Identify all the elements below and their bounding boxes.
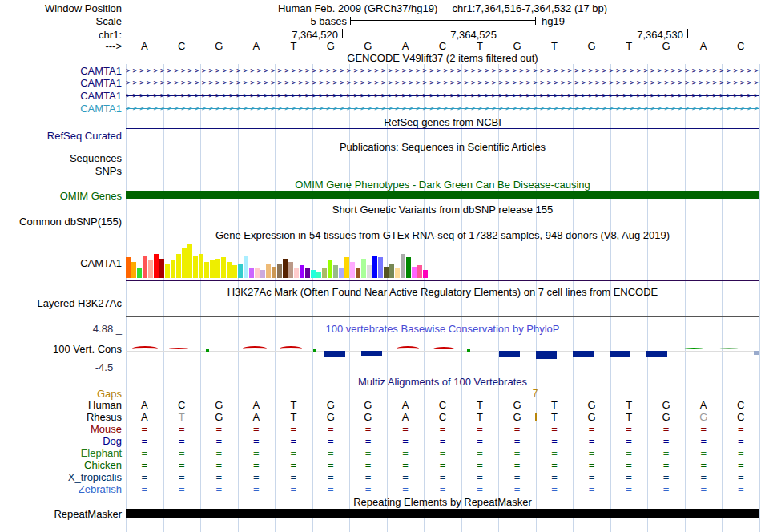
alignment-base: = bbox=[238, 448, 276, 458]
alignment-base: = bbox=[536, 460, 574, 470]
conservation-peak bbox=[397, 346, 419, 351]
omim-genes-label[interactable]: OMIM Genes bbox=[0, 191, 122, 201]
gene-label-camta1[interactable]: CAMTA1 bbox=[0, 91, 122, 101]
gtex-tissue-bar[interactable] bbox=[378, 257, 383, 278]
gtex-tissue-bar[interactable] bbox=[131, 262, 136, 278]
gtex-tissue-bar[interactable] bbox=[210, 260, 215, 278]
alignment-base: = bbox=[275, 436, 312, 446]
refseq-gene-line[interactable] bbox=[126, 128, 759, 129]
gtex-tissue-bar[interactable] bbox=[300, 265, 304, 278]
gtex-tissue-bar[interactable] bbox=[356, 268, 360, 278]
gtex-tissue-bar[interactable] bbox=[294, 268, 299, 278]
gtex-tissue-bar[interactable] bbox=[316, 272, 321, 278]
chromosome-label: chr1: bbox=[0, 30, 122, 40]
gtex-tissue-bar[interactable] bbox=[288, 262, 293, 278]
gtex-tissue-bar[interactable] bbox=[260, 270, 265, 278]
gene-label-camta1[interactable]: CAMTA1 bbox=[0, 78, 122, 88]
multiz-track-title[interactable]: Multiz Alignments of 100 Vertebrates bbox=[126, 377, 759, 387]
phylop-track-title[interactable]: 100 vertebrates Basewise Conservation by… bbox=[126, 324, 759, 334]
transcript-1[interactable]: >>>>>>>>>>>>>>>>>>>>>>>>>>>>>>>>>>>>>>>>… bbox=[126, 66, 759, 76]
gtex-tissue-bar[interactable] bbox=[187, 244, 192, 278]
gaps-label[interactable]: Gaps bbox=[0, 389, 122, 399]
gtex-tissue-bar[interactable] bbox=[154, 254, 159, 278]
gtex-tissue-bar[interactable] bbox=[159, 259, 164, 278]
gtex-tissue-bar[interactable] bbox=[277, 264, 282, 278]
gtex-tissue-bar[interactable] bbox=[137, 268, 142, 278]
gtex-tissue-bar[interactable] bbox=[238, 264, 243, 278]
gtex-tissue-bar[interactable] bbox=[372, 256, 377, 278]
h3k27ac-track-label[interactable]: Layered H3K27Ac bbox=[0, 298, 122, 308]
gtex-tissue-bar[interactable] bbox=[401, 254, 405, 278]
transcript-3[interactable]: >>>>>>>>>>>>>>>>>>>>>>>>>>>>>>>>>>>>>>>>… bbox=[126, 91, 759, 101]
alignment-base: = bbox=[238, 436, 276, 446]
sequence-base: T bbox=[275, 41, 312, 51]
gtex-tissue-bar[interactable] bbox=[148, 260, 153, 278]
gtex-tissue-bar[interactable] bbox=[395, 268, 400, 278]
gtex-tissue-bar[interactable] bbox=[143, 256, 147, 278]
conservation-dip bbox=[324, 351, 345, 357]
gtex-tissue-bar[interactable] bbox=[272, 267, 276, 278]
gtex-tissue-bar[interactable] bbox=[249, 268, 254, 278]
alignment-base: A bbox=[238, 412, 276, 422]
gtex-tissue-bar[interactable] bbox=[221, 257, 226, 278]
gtex-tissue-bar[interactable] bbox=[333, 265, 338, 278]
transcript-4[interactable]: >>>>>>>>>>>>>>>>>>>>>>>>>>>>>>>>>>>>>>>>… bbox=[126, 103, 759, 114]
gtex-tissue-bar[interactable] bbox=[423, 270, 428, 278]
gtex-tissue-bar[interactable] bbox=[266, 264, 271, 278]
gtex-tissue-bar[interactable] bbox=[165, 264, 170, 278]
refseq-track-title[interactable]: RefSeq genes from NCBI bbox=[126, 117, 759, 127]
repeatmasker-track-title[interactable]: Repeating Elements by RepeatMasker bbox=[126, 497, 759, 507]
refseq-curated-label[interactable]: RefSeq Curated bbox=[0, 131, 122, 141]
gtex-tissue-bar[interactable] bbox=[361, 259, 366, 278]
gtex-tissue-bar[interactable] bbox=[193, 256, 198, 278]
alignment-base: = bbox=[498, 436, 536, 446]
phylop-track-label[interactable]: 100 Vert. Cons bbox=[0, 344, 122, 354]
gtex-tissue-bar[interactable] bbox=[311, 270, 316, 278]
alignment-base: = bbox=[312, 472, 350, 482]
gtex-tissue-bar[interactable] bbox=[255, 268, 260, 278]
gtex-tissue-bar[interactable] bbox=[232, 265, 237, 278]
dbsnp-track-title[interactable]: Short Genetic Variants from dbSNP releas… bbox=[126, 204, 759, 215]
alignment-base: = bbox=[610, 472, 648, 482]
gtex-tissue-bar[interactable] bbox=[412, 267, 417, 278]
gtex-tissue-bar[interactable] bbox=[215, 259, 220, 278]
gtex-tissue-bar[interactable] bbox=[199, 254, 203, 278]
dbsnp-track-label[interactable]: Common dbSNP(155) bbox=[0, 216, 122, 227]
gtex-tissue-bar[interactable] bbox=[244, 256, 248, 278]
gtex-tissue-bar[interactable] bbox=[389, 264, 394, 278]
gtex-tissue-bar[interactable] bbox=[339, 268, 344, 278]
sequences-track-label[interactable]: Sequences bbox=[0, 153, 122, 163]
gtex-tissue-bar[interactable] bbox=[227, 262, 232, 278]
gtex-tissue-bar[interactable] bbox=[305, 268, 310, 278]
gtex-tissue-bar[interactable] bbox=[322, 268, 327, 278]
snps-track-label[interactable]: SNPs bbox=[0, 166, 122, 176]
gencode-track-title[interactable]: GENCODE V49lift37 (2 items filtered out) bbox=[126, 53, 759, 63]
alignment-base: = bbox=[312, 448, 350, 458]
gene-label-camta1[interactable]: CAMTA1 bbox=[0, 103, 122, 114]
gtex-tissue-bar[interactable] bbox=[384, 267, 389, 278]
transcript-2[interactable]: >>>>>>>>>>>>>>>>>>>>>>>>>>>>>>>>>>>>>>>>… bbox=[126, 78, 759, 88]
alignment-base: G bbox=[312, 412, 350, 422]
gtex-tissue-bar[interactable] bbox=[126, 257, 131, 278]
h3k27ac-track-title[interactable]: H3K27Ac Mark (Often Found Near Active Re… bbox=[126, 287, 759, 297]
omim-gene-bar[interactable] bbox=[126, 191, 759, 199]
gtex-tissue-bar[interactable] bbox=[417, 265, 422, 278]
gtex-tissue-bar[interactable] bbox=[328, 260, 332, 278]
repeatmasker-bar[interactable] bbox=[126, 509, 759, 518]
gtex-tissue-bar[interactable] bbox=[350, 262, 355, 278]
gtex-tissue-bar[interactable] bbox=[182, 248, 187, 278]
gtex-tissue-bar[interactable] bbox=[406, 257, 411, 278]
gtex-tissue-bar[interactable] bbox=[283, 259, 288, 278]
omim-track-title[interactable]: OMIM Gene Phenotypes - Dark Green Can Be… bbox=[126, 179, 759, 190]
gtex-tissue-bar[interactable] bbox=[171, 260, 175, 278]
gtex-tissue-bar[interactable] bbox=[204, 262, 209, 278]
gtex-tissue-bar[interactable] bbox=[367, 265, 372, 278]
gtex-tissue-bar[interactable] bbox=[344, 257, 349, 278]
gtex-track-title[interactable]: Gene Expression in 54 tissues from GTEx … bbox=[126, 230, 759, 240]
gtex-gene-label[interactable]: CAMTA1 bbox=[0, 258, 122, 268]
gene-label-camta1[interactable]: CAMTA1 bbox=[0, 66, 122, 76]
gtex-tissue-bar[interactable] bbox=[176, 254, 181, 278]
repeatmasker-label[interactable]: RepeatMasker bbox=[0, 509, 122, 519]
gtex-expression-barchart[interactable] bbox=[126, 244, 759, 278]
publications-track-title[interactable]: Publications: Sequences in Scientific Ar… bbox=[126, 142, 759, 152]
